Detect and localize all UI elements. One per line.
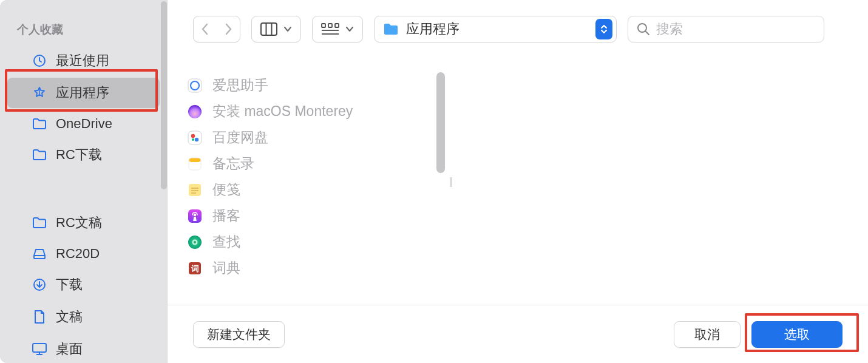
file-row[interactable]: 爱思助手 — [180, 72, 439, 98]
sidebar-item-label: RC文稿 — [56, 214, 102, 232]
file-row[interactable]: 百度网盘 — [180, 124, 439, 151]
grip-icon: ‖ — [449, 175, 455, 187]
chevron-right-icon — [224, 23, 232, 35]
app-notes-icon — [186, 155, 204, 173]
file-name: 安装 macOS Monterey — [212, 102, 353, 121]
sidebar-item-RC文稿[interactable]: RC文稿 — [7, 208, 160, 238]
chevron-down-icon — [283, 26, 292, 32]
svg-rect-11 — [335, 24, 339, 27]
choose-button[interactable]: 选取 — [751, 321, 843, 348]
svg-rect-26 — [189, 184, 201, 196]
file-row[interactable]: 词词典 — [180, 255, 439, 281]
sidebar-item-label: 应用程序 — [56, 84, 109, 102]
sidebar-item-label: 下载 — [56, 276, 83, 294]
sidebar-item-label: 文稿 — [56, 308, 83, 326]
location-dropdown[interactable]: 应用程序 — [374, 16, 617, 42]
file-name: 播客 — [212, 206, 240, 225]
svg-point-21 — [195, 137, 198, 141]
app-dictionary-icon: 词 — [186, 259, 204, 277]
folder-icon — [32, 147, 47, 163]
new-folder-button[interactable]: 新建文件夹 — [193, 321, 285, 348]
file-column-1: 爱思助手安装 macOS Monterey百度网盘备忘录便笺播客查找词词典 — [168, 58, 446, 305]
sidebar-item-下载[interactable]: 下载 — [7, 270, 160, 300]
location-stepper[interactable] — [595, 19, 612, 39]
columns-icon — [260, 22, 277, 36]
sidebar-item-应用程序[interactable]: 应用程序 — [7, 78, 160, 108]
file-name: 备忘录 — [212, 154, 254, 173]
download-icon — [32, 277, 47, 293]
content-area: 爱思助手安装 macOS Monterey百度网盘备忘录便笺播客查找词词典 ‖ — [168, 58, 868, 305]
sidebar: 个人收藏 最近使用应用程序OneDriveRC下载RC文稿RC20D下载文稿桌面 — [0, 0, 168, 363]
file-name: 百度网盘 — [212, 128, 268, 147]
app-install-macos-icon — [186, 103, 204, 121]
file-name: 爱思助手 — [212, 76, 268, 95]
disk-icon — [32, 246, 47, 262]
svg-line-15 — [646, 31, 649, 35]
search-field[interactable] — [628, 16, 824, 42]
sidebar-item-label: OneDrive — [56, 116, 112, 132]
sidebar-item-label: RC20D — [56, 246, 100, 262]
file-row[interactable]: 备忘录 — [180, 151, 439, 177]
sidebar-item-RC20D[interactable]: RC20D — [7, 240, 160, 268]
sidebar-item-文稿[interactable]: 文稿 — [7, 302, 160, 332]
svg-point-20 — [191, 134, 195, 137]
footer: 新建文件夹 取消 选取 — [168, 305, 868, 363]
sidebar-item-label: RC下载 — [56, 146, 102, 164]
file-row[interactable]: 查找 — [180, 229, 439, 255]
nav-back-forward — [193, 16, 240, 42]
sidebar-item-label: 桌面 — [56, 340, 83, 358]
chevron-down-icon — [600, 29, 608, 34]
sidebar-item-RC下载[interactable]: RC下载 — [7, 140, 160, 170]
svg-rect-19 — [188, 131, 202, 144]
sidebar-item-label: 最近使用 — [56, 52, 109, 70]
svg-rect-3 — [33, 344, 46, 352]
svg-point-34 — [194, 241, 196, 243]
file-name: 词典 — [212, 259, 240, 277]
chevron-down-icon — [345, 26, 354, 32]
svg-point-22 — [192, 138, 194, 140]
toolbar: 应用程序 — [168, 0, 868, 58]
folder-icon — [32, 215, 47, 231]
app-podcasts-icon — [186, 207, 204, 225]
file-name: 查找 — [212, 232, 240, 251]
location-text: 应用程序 — [406, 20, 588, 38]
svg-rect-10 — [328, 24, 332, 27]
scrollbar-thumb[interactable] — [436, 72, 445, 173]
cancel-button[interactable]: 取消 — [674, 321, 741, 348]
svg-rect-24 — [189, 158, 201, 162]
search-input[interactable] — [656, 21, 815, 37]
back-button[interactable] — [194, 23, 217, 35]
desktop-icon — [32, 341, 47, 357]
search-icon — [637, 22, 650, 36]
app-findmy-icon — [186, 233, 204, 251]
scrollbar-thumb[interactable] — [161, 1, 167, 189]
file-row[interactable]: 便笺 — [180, 177, 439, 203]
folder-icon — [32, 116, 47, 132]
sidebar-item-桌面[interactable]: 桌面 — [7, 334, 160, 363]
app-baidunetdisk-icon — [186, 129, 204, 147]
clock-icon — [32, 53, 47, 69]
svg-text:词: 词 — [191, 264, 199, 273]
app-stickies-icon — [186, 181, 204, 199]
file-row[interactable]: 播客 — [180, 203, 439, 229]
svg-point-31 — [194, 213, 197, 216]
main-panel: 应用程序 爱思助手安装 macOS Monterey百度网盘备忘录便笺播客查找词… — [168, 0, 868, 363]
forward-button[interactable] — [217, 23, 240, 35]
group-icon — [321, 22, 339, 36]
svg-rect-6 — [261, 23, 277, 35]
sidebar-item-OneDrive[interactable]: OneDrive — [7, 110, 160, 138]
view-columns-button[interactable] — [251, 16, 301, 42]
svg-point-18 — [188, 105, 202, 118]
chevron-left-icon — [201, 23, 209, 35]
column-divider[interactable]: ‖ — [446, 58, 458, 305]
file-column-2 — [458, 58, 868, 305]
sidebar-item-最近使用[interactable]: 最近使用 — [7, 46, 160, 76]
chevron-up-icon — [600, 24, 608, 29]
applications-icon — [32, 85, 47, 101]
app-aisizhushou-icon — [186, 76, 204, 95]
file-row[interactable]: 安装 macOS Monterey — [180, 98, 439, 124]
svg-rect-9 — [322, 24, 325, 27]
folder-icon — [383, 22, 399, 36]
sidebar-section-title: 个人收藏 — [0, 17, 167, 44]
group-by-button[interactable] — [312, 16, 363, 42]
